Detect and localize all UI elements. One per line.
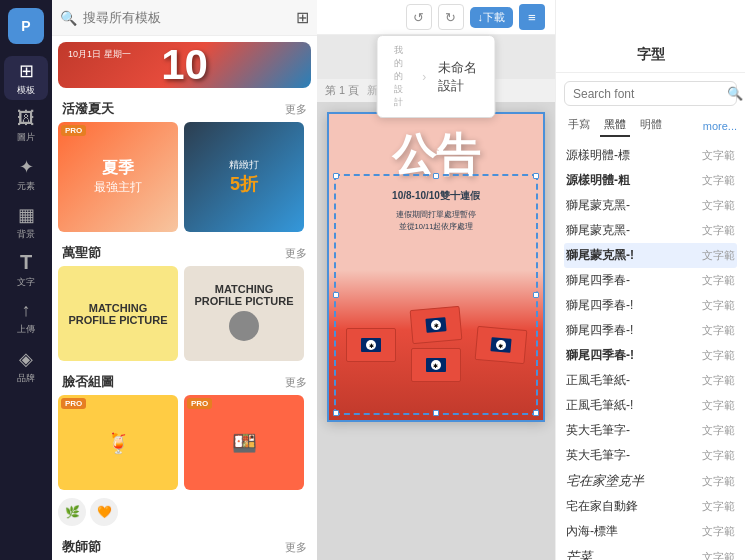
font-search-input[interactable] (573, 87, 723, 101)
menu-button[interactable]: ≡ (519, 4, 545, 30)
tab-more[interactable]: more... (703, 120, 737, 132)
font-preview: 文字範 (702, 499, 735, 514)
font-item[interactable]: 獅尾蒙克黑- 文字範 (564, 193, 737, 218)
tab-handwriting[interactable]: 手寫 (564, 114, 594, 137)
font-preview: 文字範 (702, 474, 735, 489)
font-item[interactable]: 英大毛筆字- 文字範 (564, 443, 737, 468)
font-preview: 文字範 (702, 348, 735, 363)
section-title: 活潑夏天 (62, 100, 114, 118)
filter-icon-btn[interactable]: 🌿 (58, 498, 86, 526)
font-name: 英大毛筆字- (566, 422, 630, 439)
font-preview: 文字範 (702, 298, 735, 313)
section-more-face[interactable]: 更多 (285, 375, 307, 390)
design-title[interactable]: 未命名設計 (438, 59, 478, 95)
font-name: 獅尾蒙克黑- (566, 222, 630, 239)
sidebar-item-upload[interactable]: ↑ 上傳 (4, 296, 48, 340)
sidebar-item-background[interactable]: ▦ 背景 (4, 200, 48, 244)
filter-icon-btn2[interactable]: 🧡 (90, 498, 118, 526)
font-item-selected[interactable]: 獅尾蒙克黑-! 文字範 (564, 243, 737, 268)
undo-button[interactable]: ↺ (406, 4, 432, 30)
font-item[interactable]: 獅尾四季春- 文字範 (564, 268, 737, 293)
elements-icon: ✦ (19, 156, 34, 178)
font-item[interactable]: 源樣明體-標 文字範 (564, 143, 737, 168)
font-name: 芒菜 (566, 548, 592, 560)
sidebar-item-elements[interactable]: ✦ 元素 (4, 152, 48, 196)
template-thumb[interactable]: PRO 🍱 (184, 395, 304, 490)
search-input[interactable] (83, 10, 286, 25)
section-title: 臉否組圖 (62, 373, 114, 391)
font-name: 宅在家塗克半 (566, 472, 644, 490)
flag: ✱ (474, 326, 527, 364)
font-item[interactable]: 正風毛筆紙-! 文字範 (564, 393, 737, 418)
font-item[interactable]: 獅尾四季春-! 文字範 (564, 293, 737, 318)
font-item[interactable]: 宅在家塗克半 文字範 (564, 468, 737, 494)
template-thumb[interactable]: MatchingProfile Picture (184, 266, 304, 361)
font-item[interactable]: 芒菜 文字範 (564, 544, 737, 560)
templates-panel: 🔍 ⊞ 10月1日 星期一 10 活潑夏天 更多 PRO 夏季 最強主打 (52, 0, 317, 560)
canvas-content: 公告 10/8-10/10雙十連假 連假期間打單處理暫停 並從10/11起依序處… (317, 102, 555, 560)
sidebar-item-label: 圖片 (17, 131, 35, 144)
font-preview: 文字範 (702, 223, 735, 238)
font-item[interactable]: 獅尾蒙克黑- 文字範 (564, 218, 737, 243)
sidebar-item-images[interactable]: 🖼 圖片 (4, 104, 48, 148)
images-icon: 🖼 (17, 108, 35, 129)
sidebar-item-label: 模板 (17, 84, 35, 97)
sidebar-item-templates[interactable]: ⊞ 模板 (4, 56, 48, 100)
section-more-teacher[interactable]: 更多 (285, 540, 307, 555)
font-tabs: 手寫 黑體 明體 more... (556, 114, 745, 137)
canvas-date-text: 10/8-10/10雙十連假 (392, 189, 480, 203)
font-name: 獅尾四季春-! (566, 347, 634, 364)
section-more-national[interactable]: 更多 (285, 246, 307, 261)
font-name: 獅尾蒙克黑-! (566, 247, 634, 264)
section-teacher: 教師節 更多 (52, 532, 317, 560)
brand-icon: ◈ (19, 348, 33, 370)
font-item[interactable]: 內海-標準 文字範 (564, 519, 737, 544)
font-search-icon: 🔍 (727, 86, 743, 101)
template-thumb[interactable]: PRO 夏季 最強主打 (58, 122, 178, 232)
breadcrumb-popup: 我的 的設計 › 未命名設計 (377, 35, 496, 118)
upload-icon: ↑ (22, 300, 31, 321)
tab-bold[interactable]: 黑體 (600, 114, 630, 137)
template-thumb[interactable]: MatchingProfile Picture (58, 266, 178, 361)
section-title: 萬聖節 (62, 244, 101, 262)
pro-badge: PRO (187, 398, 212, 409)
section-more-summer[interactable]: 更多 (285, 102, 307, 117)
background-icon: ▦ (18, 204, 35, 226)
redo-button[interactable]: ↻ (438, 4, 464, 30)
download-button[interactable]: ↓下載 (470, 7, 514, 28)
font-name: 正風毛筆紙-! (566, 397, 633, 414)
breadcrumb-page: 我的 的設計 (394, 44, 411, 109)
sidebar-item-brand[interactable]: ◈ 品牌 (4, 344, 48, 388)
app-logo[interactable]: P (8, 8, 44, 44)
face-icon-row: 🌿 🧡 (52, 496, 317, 532)
templates-icon: ⊞ (19, 60, 34, 82)
font-item[interactable]: 宅在家自動鋒 文字範 (564, 494, 737, 519)
section-face: 臉否組圖 更多 PRO 🍹 PRO 🍱 🌿 🧡 (52, 367, 317, 532)
font-item[interactable]: 獅尾四季春-! 文字範 (564, 318, 737, 343)
font-panel-title: 字型 (556, 38, 745, 73)
featured-banner[interactable]: 10月1日 星期一 10 (58, 42, 311, 88)
font-item[interactable]: 源樣明體-粗 文字範 (564, 168, 737, 193)
font-name: 獅尾蒙克黑- (566, 197, 630, 214)
font-item[interactable]: 獅尾四季春-! 文字範 (564, 343, 737, 368)
flag: ✱ (346, 328, 396, 362)
text-icon: T (20, 251, 32, 274)
font-list: 源樣明體-標 文字範 源樣明體-粗 文字範 獅尾蒙克黑- 文字範 獅尾蒙克黑- … (556, 143, 745, 560)
font-preview: 文字範 (702, 398, 735, 413)
pro-badge: PRO (61, 398, 86, 409)
tab-ming[interactable]: 明體 (636, 114, 666, 137)
page-number: 第 1 頁 (325, 83, 359, 98)
sidebar-item-text[interactable]: T 文字 (4, 248, 48, 292)
font-preview: 文字範 (702, 148, 735, 163)
breadcrumb-area: 我的 的設計 › 未命名設計 (317, 35, 555, 79)
font-item[interactable]: 正風毛筆紙- 文字範 (564, 368, 737, 393)
font-item[interactable]: 英大毛筆字- 文字範 (564, 418, 737, 443)
font-name: 宅在家自動鋒 (566, 498, 638, 515)
national-templates: MatchingProfile Picture MatchingProfile … (52, 266, 317, 367)
design-canvas[interactable]: 公告 10/8-10/10雙十連假 連假期間打單處理暫停 並從10/11起依序處… (327, 112, 545, 422)
font-name: 獅尾四季春-! (566, 297, 633, 314)
template-thumb[interactable]: 精緻打 5折 (184, 122, 304, 232)
template-thumb[interactable]: PRO 🍹 (58, 395, 178, 490)
section-summer: 活潑夏天 更多 PRO 夏季 最強主打 精緻打 5折 (52, 94, 317, 238)
font-name: 內海-標準 (566, 523, 618, 540)
